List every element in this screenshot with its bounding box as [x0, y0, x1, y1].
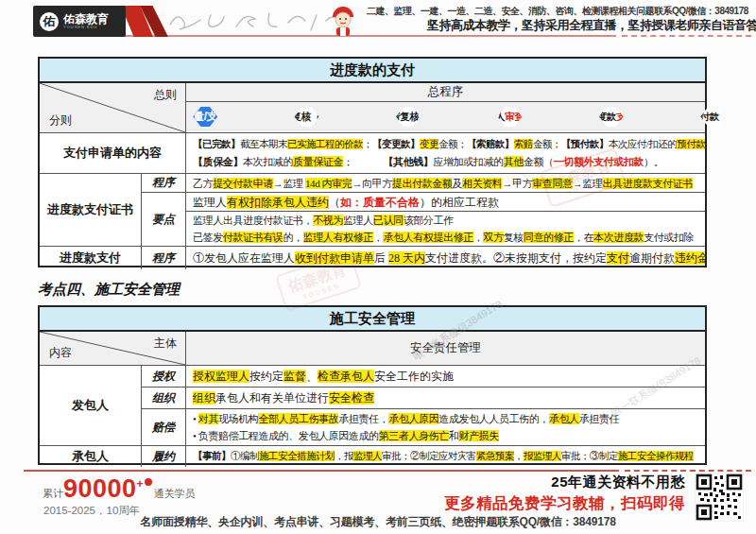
certificate-point-a: 监理人有权扣除承包人违约（如：质量不合格）的相应工程款 [186, 193, 705, 212]
sublabel-organize: 组织 [142, 388, 186, 408]
footer-contact-line: 名师面授精华、央企内训、考点串讲、习题模考、考前三页纸、绝密押题联系QQ/微信：… [0, 514, 756, 530]
table1-title: 进度款的支付 [40, 59, 705, 83]
employer-authorize: 授权监理人按约定监督、检查承包人安全工作的实施 [186, 366, 705, 387]
contractor-content: 【事前】①编制施工安全措施计划，报监理人审批；②制定应对灾害紧急预案，报监理人审… [186, 446, 705, 467]
certificate-procedure: 乙方提交付款申请→监理 14d 内审完→向甲方提出付款金额及相关资料→甲方审查同… [186, 174, 705, 192]
table-progress-payment: 进度款的支付 总则 分则 总程序 计量/支付 计量复核（7d） 付款申请复核（1… [38, 57, 707, 267]
table1-corner-cell: 总则 分则 [40, 83, 186, 132]
application-line1: 【已完款】截至本期末已实施工程的价款；【变更款】变更金额；【索赔款】索赔金额；【… [193, 136, 701, 153]
header-slogan: 坚持高成本教学，坚持采用全程直播，坚持授课老师亲自语音答疑 [427, 17, 753, 34]
student-count: 90000 [63, 476, 137, 502]
section-heading: 考点四、施工安全管理 [38, 281, 180, 299]
sublabel-procedure: 程序 [142, 174, 186, 192]
application-line2: 【质保金】本次扣减的质量保证金； 【其他钱】应增加或扣减的其他金额（一切额外支付… [193, 153, 701, 170]
count-plus: + [137, 477, 144, 491]
employer-organize: 组织承包人和有关单位进行安全检查 [186, 388, 705, 408]
table-construction-safety: 施工安全管理 主体 内容 安全责任管理 发包人 授权 授权监理人按约定监督、检查… [38, 305, 707, 465]
corner-bottom-label-2: 内容 [49, 345, 72, 361]
mascot-icon [329, 4, 357, 38]
sublabel-authorize: 授权 [142, 366, 186, 387]
sublabel-compensate: 赔偿 [142, 409, 186, 445]
members-label: 通关学员 [154, 487, 196, 501]
application-content: 【已完款】截至本期末已实施工程的价款；【变更款】变更金额；【索赔款】索赔金额；【… [186, 133, 705, 173]
corner-top-label: 总则 [154, 87, 177, 103]
row-label-employer: 发包人 [40, 366, 142, 445]
table1-general-header: 总程序 [186, 83, 705, 102]
footer-stats: 累计 90000 + 通关学员 [43, 476, 196, 502]
payment-procedure: ①发包人应在监理人收到付款申请单后 28 天内支付进度款。②未按期支付，按约定支… [186, 247, 705, 269]
footer-promo: 25年通关资料不用愁 更多精品免费学习教辅，扫码即得 [444, 474, 685, 514]
header-rule-dashed [622, 35, 751, 37]
employer-compensate: • 对其现场机构全部人员工伤事故承担责任，承包人原因造成发包人人员工伤的，承包人… [186, 409, 705, 445]
footer-rule-solid [24, 470, 619, 472]
table2-title: 施工安全管理 [40, 307, 705, 332]
row-label-payment: 进度款支付 [40, 247, 142, 269]
promo-line2: 更多精品免费学习教辅，扫码即得 [444, 493, 685, 514]
certificate-point-b: 监理人出具进度付款证书，不视为监理人已认同该部分工作 已签发付款证书有误的，监理… [186, 212, 705, 246]
logo-text: 佑森教育 [63, 13, 109, 25]
footer-rule-dashed [625, 470, 751, 472]
brand-logo: 佑 佑森教育 YOUSEN EDU [33, 6, 126, 37]
sublabel-procedure-2: 程序 [142, 247, 186, 269]
sublabel-perform: 履约 [142, 446, 186, 467]
row-label-contractor: 承包人 [40, 446, 142, 467]
plane-icon [145, 478, 152, 486]
row-label-certificate: 进度款支付证书 [40, 174, 142, 246]
header-course-line: 二建、监理、一建、一造、二造、安全、消防、咨询、检测课程相关问题联系QQ/微信：… [367, 5, 749, 18]
sublabel-keypoints: 要点 [142, 193, 186, 246]
logo-icon: 佑 [40, 12, 59, 31]
promo-line1: 25年通关资料不用愁 [444, 474, 685, 491]
payment-flow: 计量/支付 计量复核（7d） 付款申请复核（14d） 发包人审查通过 签发进度款… [186, 102, 705, 131]
cumulative-label: 累计 [43, 487, 63, 501]
corner-top-label-2: 主体 [154, 336, 177, 352]
row-label-application: 支付申请单的内容 [40, 133, 186, 173]
table2-corner-cell: 主体 内容 [40, 332, 186, 365]
page: { "header": { "logo_glyph": "佑", "logo_t… [0, 0, 756, 534]
corner-bottom-label: 分则 [49, 112, 72, 129]
table2-header: 安全责任管理 [186, 332, 705, 365]
